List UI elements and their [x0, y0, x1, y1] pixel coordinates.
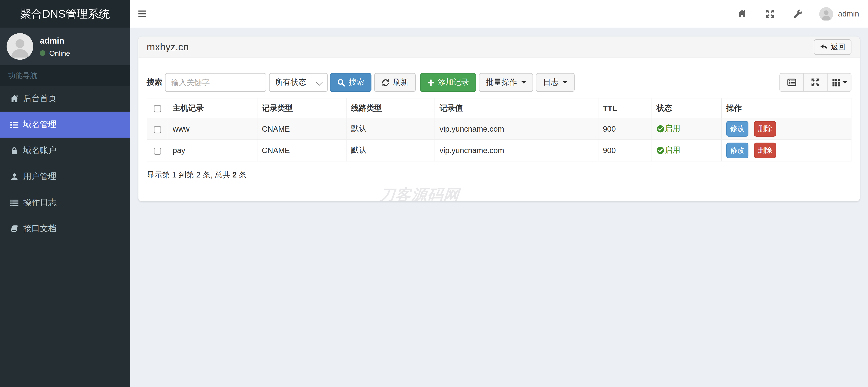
search-label: 搜索: [147, 77, 162, 87]
reply-icon: [820, 43, 828, 50]
check-circle-icon: [656, 125, 664, 132]
cell-host: pay: [168, 140, 257, 161]
sidebar-item-label: 域名账户: [23, 145, 57, 156]
caret-down-icon: [522, 81, 526, 83]
pagination-info-total: 2: [232, 170, 237, 179]
table-row: www CNAME 默认 vip.yuncname.com 900: [147, 118, 851, 140]
content-area: mxhyz.cn 返回 搜索 所有状态: [130, 28, 868, 387]
online-dot: [40, 50, 45, 56]
column-header-type: 记录类型: [257, 98, 346, 118]
sidebar-item-operation-log[interactable]: 操作日志: [0, 190, 130, 216]
table-header-row: 主机记录 记录类型 线路类型 记录值 TTL 状态 操作: [147, 98, 851, 118]
navbar-user-menu[interactable]: admin: [819, 7, 859, 21]
navbar-right: admin: [728, 0, 859, 28]
column-header-line: 线路类型: [346, 98, 435, 118]
back-button-label: 返回: [831, 42, 845, 52]
expand-icon: [811, 78, 820, 87]
user-meta: admin Online: [40, 36, 70, 57]
navbar-username: admin: [838, 9, 859, 18]
table-row: pay CNAME 默认 vip.yuncname.com 900: [147, 140, 851, 161]
fullscreen-button[interactable]: [803, 73, 828, 92]
status-filter-select[interactable]: 所有状态: [269, 73, 328, 92]
sidebar-item-label: 域名管理: [23, 119, 57, 130]
user-name: admin: [40, 36, 70, 45]
status-label: 启用: [665, 124, 680, 134]
column-header-status: 状态: [652, 98, 722, 118]
cell-value: vip.yuncname.com: [435, 140, 598, 161]
app-logo[interactable]: 聚合DNS管理系统: [0, 0, 130, 28]
refresh-button-label: 刷新: [393, 77, 409, 87]
lock-icon: [9, 146, 19, 155]
pagination-info-text: 显示第 1 到第 2 条, 总共: [147, 170, 230, 179]
log-dropdown-label: 日志: [543, 77, 559, 87]
caret-down-icon: [842, 81, 847, 83]
panel-body: 搜索 所有状态 搜索: [138, 58, 860, 187]
toolbar: 搜索 所有状态 搜索: [147, 73, 851, 92]
cell-value: vip.yuncname.com: [435, 118, 598, 140]
wrench-icon[interactable]: [784, 0, 811, 28]
records-table: 主机记录 记录类型 线路类型 记录值 TTL 状态 操作 www: [147, 98, 851, 162]
sidebar-item-dashboard[interactable]: 后台首页: [0, 86, 130, 112]
refresh-icon: [381, 78, 390, 87]
sidebar-user-panel: admin Online: [0, 28, 130, 65]
list-icon: [9, 120, 19, 129]
delete-button[interactable]: 删除: [754, 121, 776, 137]
delete-button[interactable]: 删除: [754, 143, 776, 158]
sidebar-item-user-manage[interactable]: 用户管理: [0, 164, 130, 190]
app-title: 聚合DNS管理系统: [20, 6, 110, 21]
list-alt-icon: [787, 78, 796, 87]
sidebar-item-label: 后台首页: [23, 94, 57, 104]
select-all-checkbox[interactable]: [154, 105, 161, 112]
plus-icon: [428, 79, 435, 86]
expand-icon[interactable]: [756, 0, 784, 28]
columns-dropdown-button[interactable]: [827, 73, 851, 92]
page-title: mxhyz.cn: [147, 41, 189, 52]
sidebar-item-domain-account[interactable]: 域名账户: [0, 138, 130, 164]
domain-records-panel: mxhyz.cn 返回 搜索 所有状态: [138, 37, 860, 201]
refresh-button[interactable]: 刷新: [374, 73, 416, 92]
column-header-actions: 操作: [721, 98, 851, 118]
log-list-icon: [9, 198, 19, 207]
sidebar: 聚合DNS管理系统 admin Online 功能导航: [0, 0, 130, 387]
toggle-pagination-button[interactable]: [779, 73, 804, 92]
edit-button[interactable]: 修改: [726, 143, 748, 158]
cell-type: CNAME: [257, 140, 346, 161]
th-grid-icon: [832, 78, 840, 87]
row-checkbox[interactable]: [154, 126, 161, 133]
column-header-value: 记录值: [435, 98, 598, 118]
user-icon: [9, 172, 19, 181]
caret-down-icon: [563, 81, 567, 83]
check-circle-icon: [656, 146, 664, 154]
sidebar-item-domain-manage[interactable]: 域名管理: [0, 112, 130, 138]
user-status[interactable]: Online: [40, 49, 70, 57]
home-icon[interactable]: [728, 0, 756, 28]
page: 聚合DNS管理系统 admin Online 功能导航: [0, 0, 868, 387]
sidebar-menu: 后台首页 域名管理: [0, 86, 130, 242]
column-header-host: 主机记录: [168, 98, 257, 118]
sidebar-item-api-docs[interactable]: 接口文档: [0, 216, 130, 242]
pagination-info: 显示第 1 到第 2 条, 总共 2 条: [147, 170, 851, 180]
user-avatar: [6, 33, 33, 60]
table-view-button-group: [779, 73, 851, 92]
panel-header: mxhyz.cn 返回: [138, 37, 860, 58]
watermark: 刀客源码网: [378, 185, 461, 201]
search-button[interactable]: 搜索: [330, 73, 372, 92]
back-button[interactable]: 返回: [814, 39, 851, 55]
search-input[interactable]: [165, 73, 266, 92]
top-navbar: admin: [130, 0, 868, 28]
column-header-ttl: TTL: [598, 98, 652, 118]
batch-actions-dropdown[interactable]: 批量操作: [479, 73, 533, 92]
log-dropdown[interactable]: 日志: [536, 73, 575, 92]
cell-ttl: 900: [598, 118, 652, 140]
sidebar-item-label: 接口文档: [23, 223, 57, 234]
home-icon: [9, 94, 19, 103]
status-badge: 启用: [656, 124, 680, 134]
cell-ttl: 900: [598, 140, 652, 161]
user-status-label: Online: [49, 49, 70, 57]
add-record-button[interactable]: 添加记录: [420, 73, 476, 92]
row-checkbox[interactable]: [154, 147, 161, 155]
sidebar-toggle[interactable]: [138, 0, 155, 28]
edit-button[interactable]: 修改: [726, 121, 748, 137]
status-badge: 启用: [656, 145, 680, 155]
sidebar-item-label: 用户管理: [23, 171, 57, 182]
